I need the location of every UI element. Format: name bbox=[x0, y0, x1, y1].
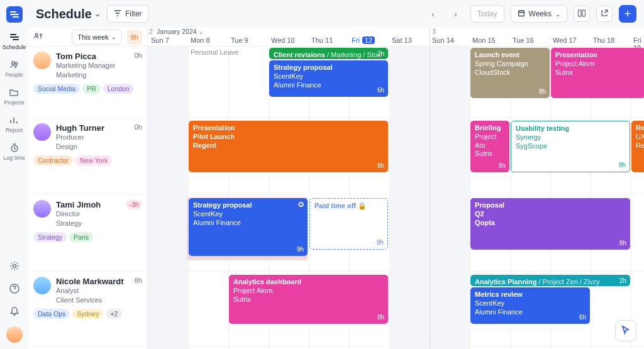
task-card[interactable]: Rev UX Reg bbox=[631, 121, 644, 172]
cursor-tool[interactable] bbox=[615, 320, 636, 341]
nav-label: Projects bbox=[4, 99, 25, 106]
app-logo bbox=[6, 6, 23, 23]
nav-schedule[interactable]: Schedule bbox=[3, 31, 26, 50]
next-button[interactable]: › bbox=[448, 6, 464, 22]
tag: Paris bbox=[69, 232, 93, 242]
task-card[interactable]: Usability testing Synergy SygScope 8h bbox=[511, 121, 630, 172]
view-select[interactable]: Weeks ⌄ bbox=[511, 5, 567, 23]
person-name: Tami Jimoh bbox=[56, 200, 101, 209]
notifications-button[interactable] bbox=[6, 304, 23, 320]
tag: Contractor bbox=[33, 155, 73, 165]
folder-icon bbox=[8, 87, 19, 98]
tag: +2 bbox=[106, 309, 122, 319]
nav-rail: Schedule People Projects Report Log time bbox=[0, 0, 28, 349]
task-card[interactable]: Paid time off 🔒 8h bbox=[309, 198, 388, 250]
day-header: Sun 7 bbox=[151, 36, 169, 44]
filter-label: Filter bbox=[125, 9, 142, 18]
task-card[interactable]: Presentation Pilot Launch Regent 8h bbox=[189, 121, 388, 172]
chevron-down-icon: ⌄ bbox=[555, 11, 560, 18]
nav-projects[interactable]: Projects bbox=[4, 87, 25, 106]
nav-logtime[interactable]: Log time bbox=[3, 142, 25, 161]
today-label: Today bbox=[477, 9, 497, 18]
avatar bbox=[33, 277, 51, 294]
person-dept: Client Services bbox=[56, 296, 124, 305]
tag: New York bbox=[75, 155, 112, 165]
bell-icon bbox=[9, 306, 20, 319]
clock-icon bbox=[9, 142, 20, 153]
person-row[interactable]: 8h Nicole Markwardt Analyst Client Servi… bbox=[28, 272, 147, 347]
svg-rect-6 bbox=[579, 10, 582, 16]
calendar-icon bbox=[518, 9, 525, 19]
person-dept: Marketing bbox=[56, 70, 116, 80]
nav-people[interactable]: People bbox=[5, 59, 23, 78]
hours-badge: 8h bbox=[127, 30, 142, 45]
filter-button[interactable]: Filter bbox=[107, 5, 149, 23]
avatar bbox=[33, 200, 51, 218]
today-button[interactable]: Today bbox=[470, 5, 504, 23]
svg-rect-7 bbox=[582, 10, 586, 16]
leave-label: Personal Leave bbox=[191, 48, 238, 56]
page-title[interactable]: Schedule ⌄ bbox=[36, 7, 101, 21]
chevron-left-icon: ‹ bbox=[431, 9, 434, 19]
share-button[interactable] bbox=[596, 6, 613, 22]
svg-point-8 bbox=[35, 33, 38, 36]
person-row[interactable]: -3h Tami Jimoh Director Strategy Strateg… bbox=[28, 195, 147, 272]
tag: Strategy bbox=[33, 232, 67, 242]
task-card[interactable]: Presentation Project Atom Sutrix bbox=[551, 48, 644, 98]
task-card[interactable]: Proposal Q2 Qopta 8h bbox=[470, 198, 630, 250]
cursor-icon bbox=[620, 324, 631, 338]
person-role: Analyst bbox=[56, 286, 124, 296]
task-card[interactable]: Analytics dashboard Project Atom Sutrix … bbox=[229, 275, 388, 324]
nav-label: Report bbox=[6, 127, 23, 133]
task-card[interactable]: Strategy proposal ScentKey Alumni Financ… bbox=[189, 198, 308, 256]
today-marker: 12 bbox=[362, 36, 375, 44]
person-name: Nicole Markwardt bbox=[56, 277, 124, 286]
range-select[interactable]: This week⌄ bbox=[72, 30, 122, 45]
day-header: Fri12 bbox=[352, 36, 375, 44]
add-button[interactable]: + bbox=[619, 5, 636, 23]
task-card[interactable]: Analytics Planning / Project Zen / Zivzy… bbox=[470, 275, 630, 286]
task-card[interactable]: Metrics review ScentKey Alumni Finance 6… bbox=[470, 287, 590, 324]
task-card[interactable]: Launch event Spring Campaign CloudStock … bbox=[470, 48, 550, 98]
tag: Sydney bbox=[72, 309, 103, 319]
person-row[interactable]: 0h Tom Picca Marketing Manager Marketing… bbox=[28, 47, 147, 118]
schedule-icon bbox=[9, 31, 20, 43]
week-number: 2 bbox=[149, 28, 153, 35]
task-card[interactable]: Client revisions / Marketing / Stox 2h bbox=[269, 48, 388, 59]
filter-icon bbox=[114, 9, 121, 19]
person-name: Hugh Turner bbox=[56, 123, 104, 133]
week-number: 3 bbox=[432, 28, 436, 35]
plus-icon: + bbox=[625, 8, 631, 21]
person-role: Director bbox=[56, 209, 101, 219]
question-icon bbox=[9, 283, 20, 296]
person-name: Tom Picca bbox=[56, 52, 116, 61]
svg-point-1 bbox=[15, 62, 18, 65]
month-label[interactable]: January 2024 ⌄ bbox=[157, 28, 204, 35]
nav-report[interactable]: Report bbox=[6, 114, 23, 133]
day-header: Tue 16 bbox=[513, 36, 534, 44]
task-card[interactable]: Strategy proposal ScentKey Alumni Financ… bbox=[269, 60, 388, 97]
prev-button[interactable]: ‹ bbox=[425, 6, 441, 22]
people-column: This week⌄ 8h 0h Tom Picca Marketing Man… bbox=[28, 28, 148, 349]
view-label: Weeks bbox=[529, 9, 552, 18]
person-row[interactable]: 0h Hugh Turner Producer Design Contracto… bbox=[28, 118, 147, 195]
topbar: Schedule ⌄ Filter ‹ › Today Weeks ⌄ + bbox=[28, 0, 644, 28]
person-role: Producer bbox=[56, 133, 104, 142]
sort-button[interactable] bbox=[33, 32, 43, 42]
chart-icon bbox=[8, 114, 19, 126]
external-icon bbox=[600, 9, 609, 19]
chevron-down-icon: ⌄ bbox=[199, 29, 204, 35]
day-header: Thu 18 bbox=[593, 36, 614, 44]
person-dept: Design bbox=[56, 142, 104, 152]
density-icon bbox=[577, 9, 586, 19]
density-button[interactable] bbox=[574, 6, 590, 22]
current-user-avatar[interactable] bbox=[6, 326, 23, 343]
task-card[interactable]: Briefing Project Ato Sutrix 8h bbox=[470, 121, 509, 172]
settings-button[interactable] bbox=[6, 258, 23, 275]
grid-header: 2 January 2024 ⌄ 3 Sun 7 Mon 8 Tue 9 Wed… bbox=[148, 28, 644, 47]
person-hours: 0h bbox=[135, 123, 142, 131]
day-header: Tue 9 bbox=[231, 36, 248, 44]
gear-icon bbox=[9, 260, 20, 274]
help-button[interactable] bbox=[6, 281, 23, 297]
nav-label: People bbox=[5, 72, 23, 78]
